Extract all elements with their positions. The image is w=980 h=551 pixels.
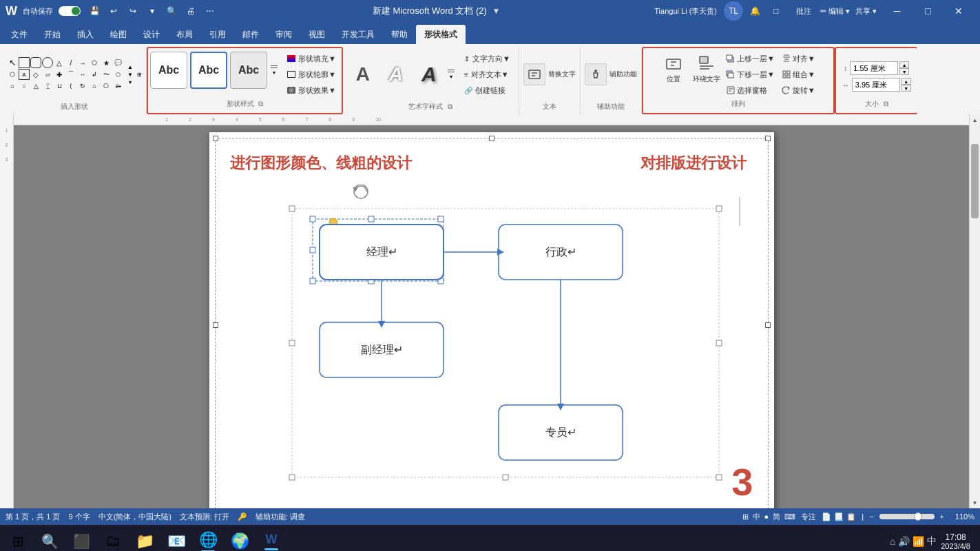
minimize-button[interactable]: ─ <box>882 0 913 22</box>
shape-bent-arrow[interactable]: ↲ <box>89 69 100 80</box>
ribbon-display-button[interactable]: □ <box>768 3 784 19</box>
close-button[interactable]: ✕ <box>943 0 974 22</box>
scroll-down-button[interactable]: ▼ <box>970 497 980 508</box>
task-view-button[interactable]: ⬛ <box>66 526 96 551</box>
print-button[interactable]: 🖨 <box>183 3 199 19</box>
tab-developer[interactable]: 开发工具 <box>333 25 383 44</box>
height-down[interactable]: ▼ <box>899 68 909 75</box>
send-back-button[interactable]: 下移一层▼ <box>723 67 778 82</box>
scroll-thumb[interactable] <box>971 144 979 218</box>
width-input[interactable] <box>852 78 900 92</box>
create-link-button[interactable]: 🔗 创建链接 <box>460 83 514 98</box>
start-button[interactable]: ⊞ <box>3 526 33 551</box>
shape-callout[interactable]: 💬 <box>112 57 123 68</box>
art-text-a3[interactable]: A <box>413 56 445 93</box>
zoom-thumb[interactable] <box>914 512 922 521</box>
shape-r7[interactable]: ↻ <box>77 81 88 92</box>
shape-r1[interactable]: ⌂ <box>7 81 18 92</box>
tab-shape-format[interactable]: 形状格式 <box>416 25 466 44</box>
search-button[interactable]: 🔍 <box>163 3 180 19</box>
show-desktop-button[interactable] <box>974 528 977 551</box>
user-avatar[interactable]: TL <box>724 1 743 21</box>
tab-mailings[interactable]: 邮件 <box>234 25 267 44</box>
shape-r10[interactable]: ⌲ <box>112 81 123 92</box>
taskbar-app-outlook[interactable]: 📧 <box>161 526 191 551</box>
shape-style-outline[interactable]: Abc <box>190 52 227 89</box>
zoom-level[interactable]: 110% <box>950 512 974 521</box>
height-spinner[interactable]: ▲ ▼ <box>899 61 909 75</box>
tab-file[interactable]: 文件 <box>3 25 36 44</box>
replace-text-btn[interactable]: 替换文字 <box>523 63 576 85</box>
height-input[interactable] <box>850 61 898 75</box>
shape-diamond[interactable]: ◇ <box>30 69 41 80</box>
shape-styles-dialog-launcher[interactable]: ⧉ <box>258 100 263 107</box>
size-dialog-launcher[interactable]: ⧉ <box>884 100 888 107</box>
accessibility-status[interactable]: 辅助功能: 调查 <box>256 512 305 522</box>
clock[interactable]: 17:08 2023/4/8 <box>941 532 970 550</box>
shape-cursor[interactable]: ↖ <box>7 57 18 68</box>
shape-rect[interactable] <box>19 57 30 68</box>
shape-text-box[interactable]: A <box>19 69 30 80</box>
shape-tri[interactable]: △ <box>54 57 65 68</box>
shape-arrow[interactable]: → <box>77 57 88 68</box>
align-text-button[interactable]: ≡ 对齐文本▼ <box>460 67 514 82</box>
art-text-dialog-launcher[interactable]: ⧉ <box>448 103 452 110</box>
taskbar-app-globe[interactable]: 🌍 <box>225 526 255 551</box>
save-button[interactable]: 💾 <box>86 3 103 19</box>
handle-left[interactable] <box>213 322 218 328</box>
taskbar-app-chrome[interactable]: 🌐 <box>193 526 223 551</box>
tab-insert[interactable]: 插入 <box>69 25 102 44</box>
undo-button[interactable]: ↩ <box>105 3 122 19</box>
tab-home[interactable]: 开始 <box>36 25 69 44</box>
scroll-up-button[interactable]: ▲ <box>970 114 980 125</box>
width-spinner[interactable]: ▲ ▼ <box>901 78 911 92</box>
shape-outline-button[interactable]: 形状轮廓▼ <box>283 67 340 82</box>
taskbar-app-explorer[interactable]: 📁 <box>129 526 160 551</box>
notifications-button[interactable]: 🔔 <box>747 3 764 19</box>
art-text-a2[interactable]: A <box>380 56 412 93</box>
tab-layout[interactable]: 布局 <box>168 25 201 44</box>
handle-tl[interactable] <box>213 136 218 141</box>
shape-r2[interactable]: ○ <box>19 81 30 92</box>
shape-line[interactable]: / <box>65 57 76 68</box>
text-prediction[interactable]: 文本预测: 打开 <box>180 512 229 522</box>
group-button[interactable]: 组合▼ <box>779 67 818 82</box>
shape-fill-button[interactable]: 形状填充▼ <box>283 51 340 66</box>
shape-parallelogram[interactable]: ▱ <box>42 69 53 80</box>
shape-r4[interactable]: ⌶ <box>42 81 53 92</box>
shape-r5[interactable]: ⊔ <box>54 81 65 92</box>
vertical-scrollbar[interactable]: ▲ ▼ <box>969 114 980 508</box>
zoom-out-button[interactable]: − <box>869 512 873 521</box>
shape-pentagon[interactable]: ⬠ <box>89 57 100 68</box>
text-direction-button[interactable]: ⇕ 文字方向▼ <box>460 51 514 66</box>
zoom-in-button[interactable]: + <box>940 512 944 521</box>
handle-top[interactable] <box>489 136 494 141</box>
shape-style-plain[interactable]: Abc <box>150 52 187 89</box>
search-button-taskbar[interactable]: 🔍 <box>34 526 65 551</box>
customize-quick-access[interactable]: ▾ <box>144 3 160 19</box>
rotate-button[interactable]: 旋转▼ <box>779 83 818 98</box>
shape-circle[interactable] <box>42 57 53 68</box>
select-pane-button[interactable]: 选择窗格 <box>723 83 778 98</box>
shape-dbl-arrow[interactable]: ↔ <box>77 69 88 80</box>
shape-style-filled[interactable]: Abc <box>230 52 267 89</box>
shape-select[interactable]: ⬡ <box>7 69 18 80</box>
width-down[interactable]: ▼ <box>901 85 911 92</box>
shape-effect-button[interactable]: 形状效果▼ <box>283 83 340 98</box>
shape-r3[interactable]: △ <box>30 81 41 92</box>
shapes-expand[interactable]: ⊞ <box>137 72 142 78</box>
handle-right[interactable] <box>765 322 771 328</box>
shape-rounded-rect[interactable] <box>30 57 41 68</box>
align-button[interactable]: 对齐▼ <box>779 51 818 66</box>
maximize-button[interactable]: □ <box>913 0 943 22</box>
bring-forward-button[interactable]: 上移一层▼ <box>723 51 778 66</box>
taskbar-app-files[interactable]: 🗂 <box>98 526 128 551</box>
more-commands[interactable]: ⋯ <box>202 3 218 19</box>
shape-cross[interactable]: ✚ <box>54 69 65 80</box>
edit-button[interactable]: ✏ 编辑 ▾ <box>820 0 851 22</box>
autosave-toggle[interactable] <box>59 6 81 16</box>
shape-badge[interactable]: ⬡ <box>112 69 123 80</box>
tab-design[interactable]: 设计 <box>135 25 168 44</box>
tab-review[interactable]: 审阅 <box>267 25 300 44</box>
height-up[interactable]: ▲ <box>899 61 909 68</box>
